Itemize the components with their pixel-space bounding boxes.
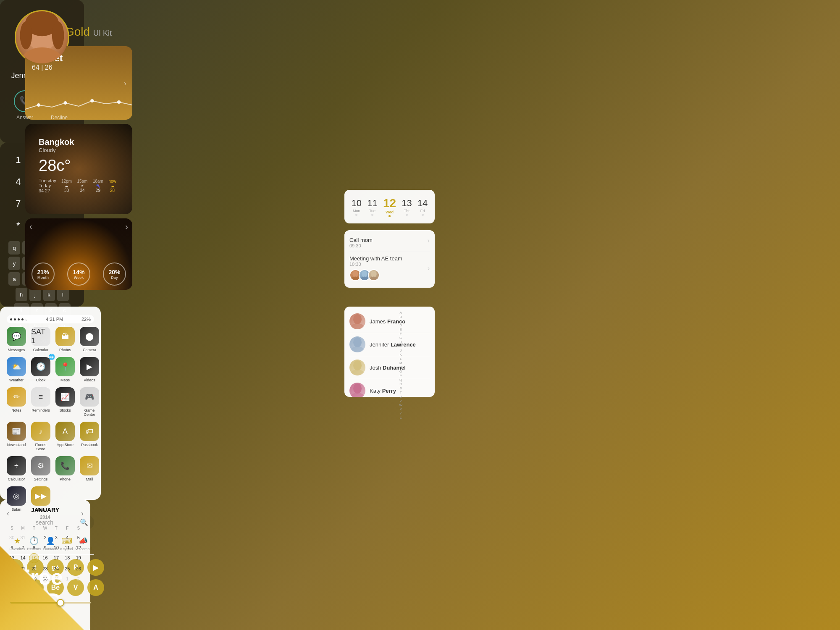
app-icon-settings[interactable]: ⚙Settings <box>31 456 50 481</box>
week-day-14: 14 Fri <box>417 198 428 216</box>
landscape-prev[interactable]: ‹ <box>29 222 32 231</box>
alpha-W[interactable]: W <box>399 403 402 407</box>
alpha-O[interactable]: O <box>399 370 402 373</box>
alpha-Y[interactable]: Y <box>399 412 402 415</box>
key-q[interactable]: q <box>8 241 20 255</box>
app-icon-safari[interactable]: ◎Safari <box>7 486 26 512</box>
app-icon-app-store[interactable]: AApp Store <box>55 422 75 451</box>
app-icon-game-center[interactable]: 🎮Game Center <box>80 387 99 417</box>
alpha-P[interactable]: P <box>399 374 402 378</box>
cal-day-0-3[interactable]: 2 <box>40 533 50 542</box>
alpha-Z[interactable]: Z <box>399 416 402 420</box>
svg-point-14 <box>369 276 379 280</box>
alpha-M[interactable]: M <box>399 361 402 365</box>
cal-day-1-6[interactable]: 12 <box>74 543 84 552</box>
event-call-mom[interactable]: Call mom 09:30 › <box>349 234 430 252</box>
alpha-R[interactable]: R <box>399 382 402 386</box>
alpha-V[interactable]: V <box>399 399 402 403</box>
app-icon-messages[interactable]: 💬Messages <box>7 327 26 352</box>
app-icon-clock[interactable]: 🕐Clock <box>31 357 50 382</box>
key-x[interactable]: x <box>45 303 57 317</box>
contact-avatar-2 <box>349 360 365 375</box>
alpha-I[interactable]: I <box>399 344 402 348</box>
app-icon-notes[interactable]: ✏Notes <box>7 387 26 417</box>
alpha-G[interactable]: G <box>399 336 402 340</box>
shift-key[interactable]: ⇧ <box>14 303 29 317</box>
app-icon-passbook[interactable]: 🏷Passbook <box>80 422 99 451</box>
alpha-J[interactable]: J <box>399 349 402 352</box>
app-icon-reminders[interactable]: ≡Reminders <box>31 387 50 417</box>
app-icon-photos[interactable]: 🏔Photos <box>55 327 75 352</box>
svg-point-17 <box>353 337 362 347</box>
alpha-H[interactable]: H <box>399 340 402 344</box>
brightness-slider[interactable] <box>10 602 91 604</box>
key-y[interactable]: y <box>8 257 20 270</box>
cal-day-0-1[interactable]: 31 <box>18 533 28 542</box>
social-icon-9[interactable]: A <box>87 579 104 596</box>
alpha-A[interactable]: A <box>399 311 402 315</box>
cal-day-2-3[interactable]: 16 <box>40 553 50 563</box>
contact-franco[interactable]: James Franco <box>349 310 430 333</box>
alpha-X[interactable]: X <box>399 407 402 411</box>
cal-day-1-2[interactable]: 8 <box>29 543 39 552</box>
cal-day-3-6[interactable]: 26 <box>74 564 84 573</box>
cal-next[interactable]: › <box>81 509 84 518</box>
cal-day-0-4[interactable]: 3 <box>51 533 61 542</box>
cal-prev[interactable]: ‹ <box>7 509 9 518</box>
alpha-C[interactable]: C <box>399 319 402 323</box>
cal-day-0-2[interactable]: 1 <box>29 533 39 542</box>
cal-day-2-5[interactable]: 18 <box>62 553 72 563</box>
meeting-arrow[interactable]: › <box>428 265 430 272</box>
contact-duhamel[interactable]: Josh Duhamel <box>349 356 430 379</box>
app-icon-weather[interactable]: ⛅Weather <box>7 357 26 382</box>
alpha-K[interactable]: K <box>399 353 402 357</box>
cal-day-2-2[interactable]: 15 <box>29 553 39 563</box>
alpha-Q[interactable]: Q <box>399 378 402 382</box>
event-meeting[interactable]: Meeting with AE team 10:30 › <box>349 252 430 284</box>
alpha-L[interactable]: L <box>399 357 402 361</box>
landscape-next[interactable]: › <box>125 222 128 231</box>
cal-day-1-5[interactable]: 11 <box>62 543 72 552</box>
cal-day-2-6[interactable]: 19 <box>74 553 84 563</box>
call-mom-title: Call mom <box>349 237 373 243</box>
cal-day-4-6[interactable]: 2 <box>74 574 84 583</box>
app-icon-videos[interactable]: ▶Videos <box>80 357 99 382</box>
cal-day-4-5[interactable]: 1 <box>62 574 72 583</box>
app-icon-itunes-store[interactable]: ♪iTunes Store <box>31 422 50 451</box>
app-icon-maps[interactable]: 📍Maps <box>55 357 75 382</box>
cal-day-3-5[interactable]: 25 <box>62 564 72 573</box>
app-icon-stocks[interactable]: 📈Stocks <box>55 387 75 417</box>
key-z[interactable]: z <box>31 303 43 317</box>
cal-day-0-6[interactable]: 5 <box>74 533 84 542</box>
alpha-B[interactable]: B <box>399 315 402 319</box>
app-icon-mail[interactable]: ✉Mail <box>80 456 99 481</box>
app-icon-calendar[interactable]: SAT 1Calendar <box>31 327 50 352</box>
contact-perry[interactable]: Katy Perry <box>349 379 430 397</box>
key-c[interactable]: c <box>59 303 71 317</box>
social-icon-4[interactable]: ▶ <box>87 559 104 576</box>
svg-point-15 <box>353 314 362 324</box>
cal-day-1-4[interactable]: 10 <box>51 543 61 552</box>
alpha-F[interactable]: F <box>399 332 402 336</box>
event-arrow[interactable]: › <box>428 237 430 244</box>
svg-point-11 <box>362 271 368 277</box>
alpha-E[interactable]: E <box>399 328 402 331</box>
key-a[interactable]: a <box>8 272 20 286</box>
contact-lawrence[interactable]: Jennifer Lawrence <box>349 333 430 356</box>
alpha-N[interactable]: N <box>399 365 402 369</box>
app-icon-phone[interactable]: 📞Phone <box>55 456 75 481</box>
alpha-D[interactable]: D <box>399 323 402 327</box>
alpha-S[interactable]: S <box>399 386 402 390</box>
alpha-T[interactable]: T <box>399 391 402 394</box>
cal-day-2-4[interactable]: 17 <box>51 553 61 563</box>
cal-day-1-3[interactable]: 9 <box>40 543 50 552</box>
phuket-chevron[interactable]: › <box>124 79 126 87</box>
svg-point-16 <box>349 323 365 329</box>
cal-day-2-1[interactable]: 14 <box>18 553 28 563</box>
app-icon-camera[interactable]: ⬤Camera <box>80 327 99 352</box>
app-icon-newsstand[interactable]: 📰Newsstand <box>7 422 26 451</box>
cal-day-0-5[interactable]: 4 <box>62 533 72 542</box>
app-icon-calculator[interactable]: ÷Calculator <box>7 456 26 481</box>
alpha-U[interactable]: U <box>399 395 402 399</box>
cal-day-1-1[interactable]: 7 <box>18 543 28 552</box>
